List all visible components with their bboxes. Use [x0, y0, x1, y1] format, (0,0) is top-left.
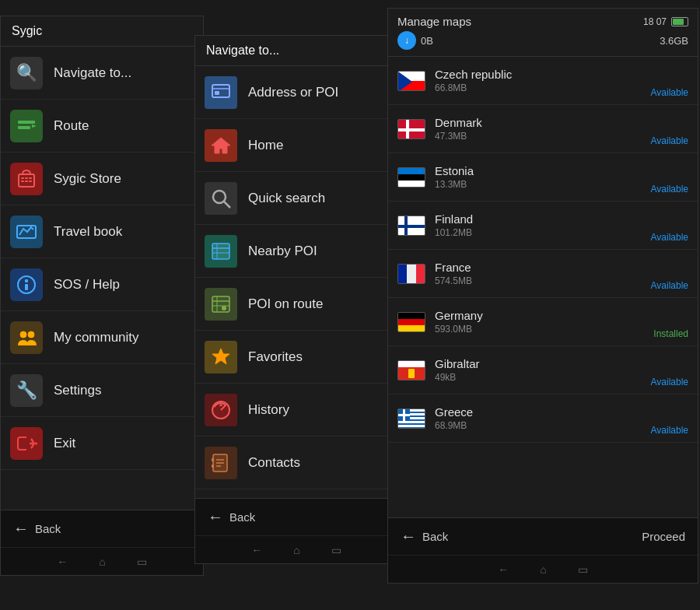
- favorites-label: Favorites: [248, 349, 303, 365]
- menu-item-store[interactable]: Sygic Store: [1, 152, 203, 205]
- android-back-btn-2[interactable]: ←: [251, 544, 262, 556]
- svg-marker-19: [212, 138, 230, 153]
- panel1-bottom-bar: ← Back: [1, 510, 203, 547]
- back-arrow-icon: ←: [13, 520, 29, 538]
- flag-czech: [397, 71, 425, 91]
- svg-rect-12: [25, 279, 28, 282]
- svg-marker-2: [32, 124, 37, 128]
- sos-label: SOS / Help: [54, 277, 120, 293]
- menu-item-quick[interactable]: Quick search: [195, 172, 397, 225]
- main-menu-list: 🔍 Navigate to... Route: [1, 47, 203, 510]
- map-item-gibraltar[interactable]: Gibraltar 49kB Available: [388, 346, 698, 394]
- navigate-to-panel: Navigate to... Address or POI Home: [194, 35, 398, 564]
- map-name-czech: Czech republic: [435, 68, 688, 81]
- maps-storage: ↓ 0B: [397, 31, 433, 50]
- map-item-germany[interactable]: Germany 593.0MB Installed: [388, 298, 698, 346]
- quick-label: Quick search: [248, 191, 325, 206]
- map-item-greece[interactable]: Greece 68.9MB Available: [388, 394, 698, 443]
- home-label: Home: [248, 138, 283, 153]
- menu-item-travel[interactable]: Travel book: [1, 205, 203, 258]
- contacts-icon: [205, 447, 237, 479]
- navigate-to-header: Navigate to...: [195, 36, 397, 66]
- menu-item-settings[interactable]: 🔧 Settings: [1, 364, 203, 417]
- map-size-germany: 593.0MB: [435, 324, 688, 335]
- svg-rect-16: [212, 85, 229, 97]
- android-home-btn[interactable]: ⌂: [99, 556, 105, 568]
- favorites-icon: [205, 341, 237, 373]
- map-item-estonia[interactable]: Estonia 13.3MB Available: [388, 153, 698, 202]
- map-item-denmark[interactable]: Denmark 47.3MB Available: [388, 105, 698, 153]
- android-back-btn-3[interactable]: ←: [498, 563, 509, 576]
- maps-back-button[interactable]: ← Back: [401, 528, 448, 545]
- maps-title-row: Manage maps 18 07: [397, 15, 688, 28]
- community-label: My community: [54, 330, 139, 345]
- panel2-back-button[interactable]: ← Back: [208, 508, 255, 526]
- quick-icon: [205, 182, 237, 215]
- android-home-btn-3[interactable]: ⌂: [540, 563, 546, 576]
- svg-rect-1: [18, 126, 30, 129]
- menu-item-home[interactable]: Home: [195, 119, 397, 172]
- sygic-title: Sygic: [12, 24, 42, 37]
- poiroute-icon: [205, 288, 237, 321]
- menu-item-community[interactable]: My community: [1, 311, 203, 364]
- panel2-back-label: Back: [229, 510, 255, 524]
- svg-point-30: [222, 306, 226, 310]
- maps-back-label: Back: [422, 530, 448, 543]
- android-menu-btn[interactable]: ▭: [137, 556, 147, 568]
- svg-rect-36: [212, 458, 214, 461]
- map-name-germany: Germany: [435, 309, 688, 322]
- map-name-finland: Finland: [435, 212, 688, 226]
- menu-item-poiroute[interactable]: POI on route: [195, 278, 397, 331]
- svg-point-15: [28, 331, 34, 338]
- svg-rect-9: [29, 181, 32, 182]
- exit-icon: [10, 427, 43, 460]
- svg-rect-7: [21, 181, 24, 182]
- svg-rect-18: [215, 91, 219, 95]
- map-item-finland[interactable]: Finland 101.2MB Available: [388, 202, 698, 250]
- svg-rect-37: [212, 465, 214, 468]
- map-status-gibraltar: Available: [651, 377, 688, 387]
- map-status-germany: Installed: [653, 328, 688, 339]
- android-back-btn[interactable]: ←: [57, 556, 68, 568]
- map-name-greece: Greece: [435, 405, 688, 419]
- panel1-back-button[interactable]: ← Back: [13, 520, 61, 538]
- back-arrow-icon-3: ←: [401, 528, 416, 545]
- svg-rect-22: [212, 244, 229, 259]
- map-status-greece: Available: [651, 425, 688, 436]
- menu-item-sos[interactable]: SOS / Help: [1, 258, 203, 311]
- battery-icon: [671, 17, 688, 26]
- android-home-btn-2[interactable]: ⌂: [293, 544, 299, 556]
- map-item-france[interactable]: France 574.5MB Available: [388, 250, 698, 298]
- menu-item-route[interactable]: Route: [1, 100, 203, 152]
- settings-icon: 🔧: [10, 374, 43, 407]
- proceed-button[interactable]: Proceed: [642, 530, 685, 543]
- svg-rect-13: [25, 284, 28, 290]
- menu-item-exit[interactable]: Exit: [1, 417, 203, 470]
- menu-item-history[interactable]: History: [195, 384, 397, 436]
- maps-list: Czech republic 66.8MB Available Denmark …: [388, 57, 698, 517]
- route-label: Route: [54, 118, 89, 134]
- svg-marker-31: [212, 349, 229, 364]
- maps-status-row: ↓ 0B 3.6GB: [397, 31, 688, 50]
- flag-greece: [397, 408, 425, 429]
- svg-rect-5: [25, 177, 28, 179]
- svg-rect-0: [18, 121, 35, 124]
- home-icon: [205, 129, 237, 162]
- map-item-czech[interactable]: Czech republic 66.8MB Available: [388, 57, 698, 105]
- menu-item-navigate[interactable]: 🔍 Navigate to...: [1, 47, 203, 100]
- travel-icon: [10, 216, 43, 248]
- menu-item-contacts[interactable]: Contacts: [195, 436, 397, 489]
- android-menu-btn-3[interactable]: ▭: [578, 563, 588, 576]
- menu-item-address[interactable]: Address or POI: [195, 66, 397, 119]
- svg-rect-6: [29, 177, 32, 179]
- nearby-label: Nearby POI: [248, 244, 317, 259]
- panel3-android-bar: ← ⌂ ▭: [388, 555, 698, 583]
- menu-item-nearby[interactable]: Nearby POI: [195, 225, 397, 278]
- download-icon: ↓: [397, 31, 416, 50]
- android-menu-btn-2[interactable]: ▭: [331, 544, 341, 556]
- map-name-france: France: [435, 261, 688, 274]
- map-info-germany: Germany 593.0MB: [435, 309, 688, 335]
- menu-item-favorites[interactable]: Favorites: [195, 331, 397, 384]
- poiroute-label: POI on route: [248, 296, 323, 312]
- flag-finland: [397, 216, 425, 236]
